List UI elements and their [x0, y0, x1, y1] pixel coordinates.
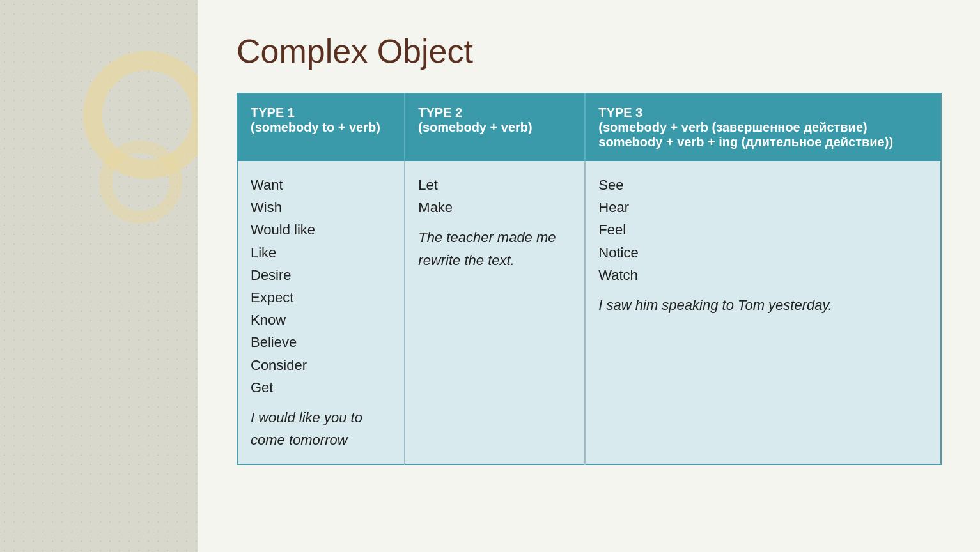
page-title: Complex Object: [237, 32, 942, 70]
type1-subtitle: (somebody to + verb): [251, 120, 391, 135]
col1-word-desire: Desire: [251, 267, 292, 283]
col1-example: I would like you to come tomorrow: [251, 406, 391, 451]
header-type2: TYPE 2 (somebody + verb): [405, 93, 585, 161]
col2-example: The teacher made me rewrite the text.: [418, 226, 572, 271]
col3-word-watch: Watch: [598, 267, 638, 283]
header-type1: TYPE 1 (somebody to + verb): [237, 93, 405, 161]
col3-word-hear: Hear: [598, 199, 629, 215]
col3-content: See Hear Feel Notice Watch I saw him spe…: [585, 161, 941, 464]
col1-word-like: Like: [251, 245, 276, 261]
header-type3: TYPE 3 (somebody + verb (завершенное дей…: [585, 93, 941, 161]
type2-subtitle: (somebody + verb): [418, 120, 572, 135]
col2-word-let: Let: [418, 177, 438, 193]
col1-word-wish: Wish: [251, 199, 282, 215]
col3-example: I saw him speaking to Tom yesterday.: [598, 294, 928, 316]
col1-word-get: Get: [251, 379, 273, 395]
circle-small-decoration: [99, 141, 182, 224]
main-content-area: Complex Object TYPE 1 (somebody to + ver…: [198, 0, 980, 552]
col1-word-believe: Believe: [251, 334, 297, 350]
col1-word-would-like: Would like: [251, 222, 315, 238]
col1-word-want: Want: [251, 177, 283, 193]
col2-word-make: Make: [418, 199, 453, 215]
complex-object-table: TYPE 1 (somebody to + verb) TYPE 2 (some…: [237, 93, 942, 465]
table-header-row: TYPE 1 (somebody to + verb) TYPE 2 (some…: [237, 93, 941, 161]
left-decorative-panel: [0, 0, 198, 552]
col3-word-notice: Notice: [598, 245, 638, 261]
col1-word-know: Know: [251, 312, 286, 328]
type3-subtitle: (somebody + verb (завершенное действие) …: [598, 120, 928, 150]
type2-title: TYPE 2: [418, 105, 572, 120]
col2-content: Let Make The teacher made me rewrite the…: [405, 161, 585, 464]
type3-title: TYPE 3: [598, 105, 928, 120]
col3-word-see: See: [598, 177, 623, 193]
table-body-row: Want Wish Would like Like Desire Expect …: [237, 161, 941, 464]
col1-word-expect: Expect: [251, 289, 293, 305]
col1-word-consider: Consider: [251, 357, 307, 373]
col3-word-feel: Feel: [598, 222, 626, 238]
col1-content: Want Wish Would like Like Desire Expect …: [237, 161, 405, 464]
type1-title: TYPE 1: [251, 105, 391, 120]
